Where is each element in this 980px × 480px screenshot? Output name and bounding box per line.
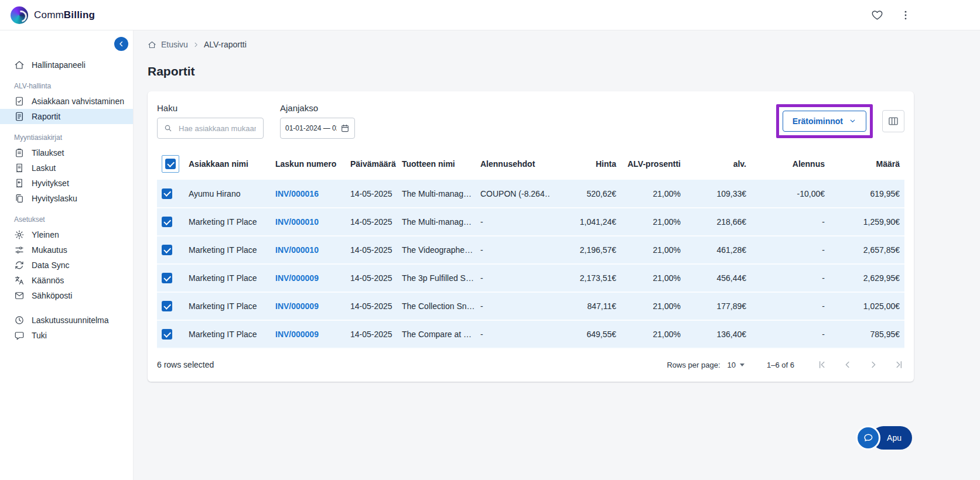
row-checkbox[interactable] [162, 188, 172, 199]
sidebar-item-sahkoposti[interactable]: Sähköposti [0, 288, 133, 303]
home-icon [14, 60, 25, 70]
select-all-checkbox[interactable] [165, 159, 176, 169]
pagination-prev-button[interactable] [842, 359, 853, 370]
table-footer: 6 rows selected Rows per page: 10 1–6 of… [148, 349, 914, 380]
cell-vat: 456,44€ [685, 264, 751, 292]
cell-amount: 1,259,90€ [829, 208, 904, 236]
cell-discount: - [751, 208, 829, 236]
document-check-icon [14, 96, 25, 107]
cell-product: The Multi-manag… [397, 180, 476, 208]
help-chat-button[interactable] [856, 426, 880, 450]
sidebar-collapse-button[interactable] [114, 37, 128, 51]
mail-icon [14, 290, 25, 301]
cell-vat: 136,40€ [685, 320, 751, 348]
col-header-product: Tuotteen nimi [397, 148, 476, 180]
table-row: Ayumu Hirano INV/000016 14-05-2025 The M… [157, 180, 904, 208]
rows-per-page: Rows per page: 10 [667, 361, 745, 369]
sidebar-item-laskutussuunnitelma[interactable]: Laskutussuunnitelma [0, 313, 133, 328]
invoice-link[interactable]: INV/000010 [275, 245, 319, 255]
cell-date: 14-05-2025 [346, 320, 397, 348]
cell-customer: Ayumu Hirano [184, 180, 271, 208]
cell-amount: 785,95€ [829, 320, 904, 348]
breadcrumb-home-link[interactable]: Etusivu [161, 40, 188, 49]
cell-vat: 461,28€ [685, 236, 751, 264]
sidebar-item-hyvityslasku[interactable]: Hyvityslasku [0, 191, 133, 206]
sidebar-item-yleinen[interactable]: Yleinen [0, 227, 133, 242]
sidebar-item-hyvitykset[interactable]: Hyvitykset [0, 176, 133, 191]
breadcrumb-current: ALV-raportti [204, 40, 247, 49]
annotation-highlight-box: Erätoiminnot [776, 104, 873, 138]
sidebar-item-kaannos[interactable]: Käännös [0, 273, 133, 288]
search-input[interactable] [177, 124, 257, 133]
sidebar-item-data-sync[interactable]: Data Sync [0, 258, 133, 273]
clipboard-icon [14, 148, 25, 158]
translate-icon [14, 275, 25, 286]
cell-date: 14-05-2025 [346, 236, 397, 264]
breadcrumb-separator-icon [193, 42, 199, 48]
report-table-wrap: Asiakkaan nimi Laskun numero Päivämäärä … [148, 148, 914, 349]
sidebar-item-label: Hyvitykset [32, 178, 69, 188]
row-checkbox[interactable] [162, 273, 172, 283]
period-input[interactable]: 01-01-2024 — 02-05-202 [280, 118, 355, 139]
sidebar-item-mukautus[interactable]: Mukautus [0, 242, 133, 258]
cell-vat: 218,66€ [685, 208, 751, 236]
sidebar-item-tilaukset[interactable]: Tilaukset [0, 145, 133, 160]
invoice-link[interactable]: INV/000009 [275, 273, 319, 283]
sidebar-item-tuki[interactable]: Tuki [0, 328, 133, 343]
sidebar-item-label: Hallintapaneeli [32, 60, 86, 70]
sidebar-item-asiakkaan-vahvistaminen[interactable]: Asiakkaan vahvistaminen [0, 94, 133, 109]
copy-icon [14, 193, 25, 204]
main-content: Etusivu ALV-raportti Raportit Haku Ajanj… [134, 30, 980, 480]
pagination-first-button[interactable] [817, 359, 827, 370]
pagination [817, 359, 904, 370]
more-options-button[interactable] [900, 9, 911, 21]
rows-per-page-value: 10 [728, 361, 736, 369]
gear-icon [14, 229, 25, 240]
invoice-link[interactable]: INV/000009 [275, 301, 319, 311]
cell-date: 14-05-2025 [346, 292, 397, 320]
sidebar-section-myyntiasiakirjat: Myyntiasiakirjat [0, 124, 133, 145]
cell-discount: - [751, 264, 829, 292]
batch-actions-label: Erätoiminnot [793, 116, 843, 126]
col-header-vat: alv. [685, 148, 751, 180]
sidebar-item-label: Laskutussuunnitelma [32, 315, 109, 325]
invoice-link[interactable]: INV/000016 [275, 189, 319, 198]
col-header-amount: Määrä [829, 148, 904, 180]
clock-icon [14, 315, 25, 325]
receipt-icon [14, 163, 25, 173]
favorites-button[interactable] [871, 9, 883, 21]
row-checkbox[interactable] [162, 301, 172, 311]
cell-vat: 177,89€ [685, 292, 751, 320]
invoice-link[interactable]: INV/000009 [275, 330, 319, 339]
cell-vat-percent: 21,00% [621, 292, 685, 320]
sidebar-item-label: Laskut [32, 163, 56, 173]
sidebar-item-hallintapaneeli[interactable]: Hallintapaneeli [0, 57, 133, 73]
pagination-next-button[interactable] [868, 359, 879, 370]
sidebar-item-label: Tuki [32, 330, 47, 341]
sidebar-item-laskut[interactable]: Laskut [0, 160, 133, 176]
col-header-terms: Alennusehdot [476, 148, 551, 180]
table-row: Marketing IT Place INV/000009 14-05-2025… [157, 264, 904, 292]
column-settings-button[interactable] [882, 110, 904, 132]
rows-per-page-label: Rows per page: [667, 361, 720, 369]
row-checkbox[interactable] [162, 217, 172, 227]
report-card: Haku Ajanjakso 01-01-2024 — 02-05-202 [148, 91, 914, 382]
cell-terms: - [476, 264, 551, 292]
col-header-price: Hinta [551, 148, 621, 180]
rows-selected-text: 6 rows selected [157, 360, 214, 369]
row-checkbox[interactable] [162, 245, 172, 255]
cell-discount: - [751, 292, 829, 320]
cell-amount: 2,629,95€ [829, 264, 904, 292]
rows-per-page-select[interactable]: 10 [728, 361, 745, 369]
cell-product: The Collection Sn… [397, 292, 476, 320]
invoice-link[interactable]: INV/000010 [275, 217, 319, 227]
cell-discount: - [751, 320, 829, 348]
pagination-last-button[interactable] [894, 359, 904, 370]
period-value: 01-01-2024 — 02-05-202 [285, 124, 337, 132]
search-input-wrap [157, 118, 264, 139]
filters-bar: Haku Ajanjakso 01-01-2024 — 02-05-202 [148, 91, 914, 139]
page-title: Raportit [148, 64, 980, 78]
row-checkbox[interactable] [162, 329, 172, 340]
sidebar-item-raportit[interactable]: Raportit [0, 109, 133, 124]
batch-actions-button[interactable]: Erätoiminnot [783, 111, 866, 132]
